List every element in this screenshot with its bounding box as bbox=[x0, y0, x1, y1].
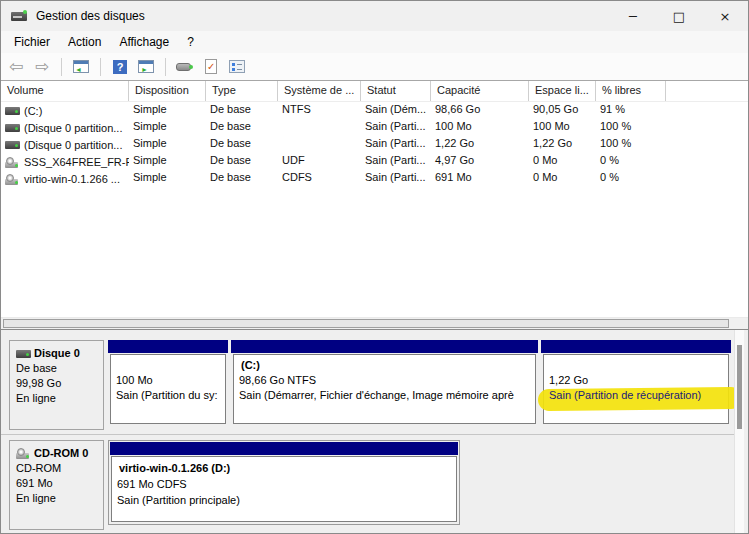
check-document-icon: ✓ bbox=[205, 59, 217, 74]
partition-size: 100 Mo bbox=[116, 373, 221, 388]
menu-action[interactable]: Action bbox=[59, 33, 110, 51]
view-options-button[interactable] bbox=[226, 56, 248, 78]
table-row[interactable]: (Disque 0 partition... Simple De base Sa… bbox=[1, 119, 748, 136]
toolbar-separator bbox=[100, 58, 101, 76]
partition-status: Sain (Partition du sy: bbox=[116, 388, 221, 403]
partition-label: (C:) bbox=[239, 358, 531, 373]
partition-color-band bbox=[110, 442, 458, 455]
vertical-scrollbar[interactable] bbox=[734, 330, 744, 534]
volume-list: Volume Disposition Type Système de ... S… bbox=[1, 81, 748, 317]
partition-color-band bbox=[541, 340, 731, 353]
console-tree-icon: ◄ bbox=[73, 60, 89, 73]
back-arrow-icon: ⇦ bbox=[9, 58, 23, 75]
show-console-tree-button[interactable]: ◄ bbox=[70, 56, 92, 78]
cd-volume-icon bbox=[5, 157, 20, 168]
partition-status: Sain (Démarrer, Fichier d'échange, Image… bbox=[239, 388, 531, 403]
disk-type: CD-ROM bbox=[16, 461, 99, 476]
disk-volume-icon bbox=[5, 140, 20, 150]
cd-rom-0-info-panel[interactable]: CD-ROM 0 CD-ROM 691 Mo En ligne bbox=[9, 440, 104, 530]
menu-file[interactable]: Fichier bbox=[5, 33, 59, 51]
disk-icon bbox=[16, 349, 31, 359]
cd-volume-icon bbox=[5, 174, 20, 185]
partition-color-band bbox=[231, 340, 538, 353]
disk-properties-button[interactable] bbox=[174, 56, 196, 78]
disk-status: En ligne bbox=[16, 491, 99, 506]
partition-d-drive[interactable]: virtio-win-0.1.266 (D:) 691 Mo CDFS Sain… bbox=[108, 440, 460, 525]
check-disk-button[interactable]: ✓ bbox=[200, 56, 222, 78]
title-bar: Gestion des disques ─ □ × bbox=[1, 1, 748, 31]
disk-name: Disque 0 bbox=[34, 346, 80, 361]
partition-status: Sain (Partition principale) bbox=[117, 492, 452, 508]
view-options-icon bbox=[229, 60, 245, 73]
table-row[interactable]: (Disque 0 partition... Simple De base Sa… bbox=[1, 136, 748, 153]
help-icon: ? bbox=[113, 60, 127, 74]
cd-rom-icon bbox=[16, 448, 31, 459]
partition-status: Sain (Partition de récupération) bbox=[549, 388, 724, 403]
toolbar-separator bbox=[165, 58, 166, 76]
help-button[interactable]: ? bbox=[109, 56, 131, 78]
horizontal-scrollbar-thumb[interactable] bbox=[3, 319, 729, 328]
column-header-volume[interactable]: Volume bbox=[1, 81, 129, 101]
menu-view[interactable]: Affichage bbox=[110, 33, 178, 51]
app-disk-icon bbox=[11, 10, 28, 22]
menu-help[interactable]: ? bbox=[178, 33, 203, 51]
disk-volume-icon bbox=[5, 106, 20, 116]
volume-list-header: Volume Disposition Type Système de ... S… bbox=[1, 81, 748, 102]
partition-size: 98,66 Go NTFS bbox=[239, 373, 531, 388]
maximize-button[interactable]: □ bbox=[656, 1, 702, 31]
table-row[interactable]: SSS_X64FREE_FR-F... Simple De base UDF S… bbox=[1, 153, 748, 170]
disk-0-info-panel[interactable]: Disque 0 De base 99,98 Go En ligne bbox=[9, 340, 104, 430]
partition-size: 1,22 Go bbox=[549, 373, 724, 388]
partition-size: 691 Mo CDFS bbox=[117, 476, 452, 492]
disk-status: En ligne bbox=[16, 391, 99, 406]
disk-size: 691 Mo bbox=[16, 476, 99, 491]
disk-type: De base bbox=[16, 361, 99, 376]
disk-0-row: Disque 0 De base 99,98 Go En ligne 100 M… bbox=[1, 338, 736, 434]
window-title: Gestion des disques bbox=[36, 9, 145, 23]
table-row[interactable]: virtio-win-0.1.266 ... Simple De base CD… bbox=[1, 170, 748, 187]
column-header-disposition[interactable]: Disposition bbox=[129, 81, 206, 101]
column-header-pct-free[interactable]: % libres bbox=[596, 81, 666, 101]
partition-recovery[interactable]: 1,22 Go Sain (Partition de récupération) bbox=[541, 340, 731, 424]
forward-button[interactable]: ⇨ bbox=[31, 56, 53, 78]
console-window-button[interactable]: ► bbox=[135, 56, 157, 78]
column-header-free-space[interactable]: Espace li... bbox=[529, 81, 596, 101]
partition-color-band bbox=[108, 340, 228, 353]
partition-label: virtio-win-0.1.266 (D:) bbox=[117, 460, 452, 476]
toolbar: ⇦ ⇨ ◄ ? ► ✓ bbox=[1, 53, 748, 81]
column-header-status[interactable]: Statut bbox=[361, 81, 431, 101]
table-row[interactable]: (C:) Simple De base NTFS Sain (Dém... 98… bbox=[1, 102, 748, 119]
disk-properties-icon bbox=[176, 61, 194, 72]
disk-volume-icon bbox=[5, 123, 20, 133]
row-divider bbox=[1, 434, 736, 435]
disk-name: CD-ROM 0 bbox=[34, 446, 88, 461]
graphical-view-pane: Disque 0 De base 99,98 Go En ligne 100 M… bbox=[1, 329, 748, 534]
column-header-filesystem[interactable]: Système de ... bbox=[278, 81, 361, 101]
vertical-scrollbar-thumb[interactable] bbox=[737, 345, 742, 429]
disk-size: 99,98 Go bbox=[16, 376, 99, 391]
console-window-icon: ► bbox=[138, 60, 154, 73]
column-header-capacity[interactable]: Capacité bbox=[431, 81, 529, 101]
horizontal-scrollbar[interactable] bbox=[1, 317, 748, 329]
toolbar-separator bbox=[61, 58, 62, 76]
minimize-button[interactable]: ─ bbox=[610, 1, 656, 31]
menu-bar: Fichier Action Affichage ? bbox=[1, 31, 748, 53]
partition-c-drive[interactable]: (C:) 98,66 Go NTFS Sain (Démarrer, Fichi… bbox=[231, 340, 538, 424]
disk-management-window: Gestion des disques ─ □ × Fichier Action… bbox=[0, 0, 749, 534]
back-button[interactable]: ⇦ bbox=[5, 56, 27, 78]
close-button[interactable]: × bbox=[702, 1, 748, 31]
cd-rom-0-row: CD-ROM 0 CD-ROM 691 Mo En ligne virtio-w… bbox=[1, 438, 736, 534]
column-header-type[interactable]: Type bbox=[206, 81, 278, 101]
forward-arrow-icon: ⇨ bbox=[35, 58, 49, 75]
partition-system[interactable]: 100 Mo Sain (Partition du sy: bbox=[108, 340, 228, 424]
